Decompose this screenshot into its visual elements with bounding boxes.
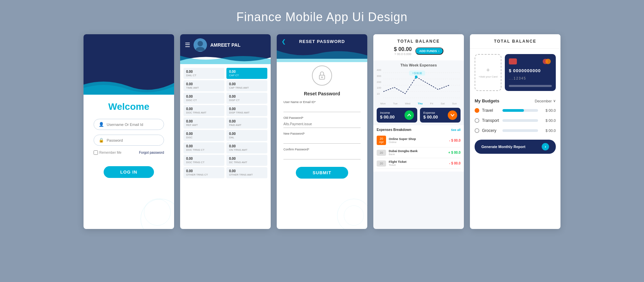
- reset-body: Reset Password User Name or Email ID* Ol…: [277, 59, 367, 185]
- remember-checkbox[interactable]: [94, 150, 98, 155]
- old-password-label: Old Password*: [283, 116, 361, 120]
- remember-row: Remember Me Forgot password: [94, 150, 164, 155]
- avatar: [194, 38, 207, 52]
- expense-chart: 400 300 200 100 10 + $ 00.00: [373, 68, 464, 102]
- hamburger-icon[interactable]: ☰: [185, 41, 190, 49]
- table-cell: 0.00CAP CT: [226, 68, 267, 79]
- lock-circle-icon: [312, 65, 332, 86]
- table-cell: 0.00DISC CT: [183, 93, 224, 104]
- old-password-input[interactable]: [283, 121, 361, 128]
- card-dots: ...12345: [509, 77, 552, 80]
- table-col-2: 0.00CAP CT0.00CAP TRNS AMT0.00DISP CT0.0…: [226, 68, 267, 178]
- breakdown-item: 20 Flight Ticket Ticket - $ 00.0: [377, 158, 461, 169]
- username-label: User Name or Email ID*: [283, 100, 361, 104]
- new-password-input[interactable]: [283, 136, 361, 144]
- breakdown-amount: + $ 00.0: [448, 151, 461, 154]
- generate-btn-arrow-icon: ›: [542, 143, 549, 150]
- username-field[interactable]: 👤: [94, 119, 164, 130]
- see-all-link[interactable]: See all: [451, 128, 461, 132]
- chart-y-labels: 400 300 200 100 10: [377, 68, 381, 95]
- username-reset-input[interactable]: [283, 105, 361, 112]
- card-number: $ 0000000000: [509, 68, 552, 73]
- lock-icon: 🔒: [99, 138, 104, 143]
- breakdown-header: Expenses Breakdown See all: [377, 128, 461, 132]
- add-card-button[interactable]: + +Add your Card: [475, 54, 501, 91]
- credit-card: $ 0000000000 ...12345: [505, 54, 556, 91]
- user-name: AMREET PAL: [210, 42, 240, 48]
- password-field[interactable]: 🔒: [94, 135, 164, 146]
- reset-header: ❮ RESET PASSWORD: [277, 34, 367, 49]
- income-label: Income: [380, 111, 394, 114]
- month-dropdown[interactable]: December ∨: [535, 99, 556, 103]
- dashboard-header: TOTAL BALANCE $ 00.00 + 00.0 0.000 ADD F…: [373, 34, 464, 60]
- screen-profile: ☰ AMREET PAL 0.00DAIL CT0.00TIME AMT0.00…: [180, 34, 271, 229]
- breakdown-info: Online Super Shop Online: [389, 137, 446, 144]
- table-cell: 0.00DISP TRNS AMT: [226, 105, 267, 116]
- generate-btn-label: Generate Monthly Report: [481, 145, 525, 149]
- budget-bar-fill: [502, 109, 524, 112]
- screens-container: Welcome 👤 🔒 Remember Me Forgot password …: [84, 34, 560, 229]
- table-cell: 0.00OTHER TRNS AMT: [226, 167, 267, 178]
- watermark-1: [337, 199, 367, 229]
- income-amount: $ 00.00: [380, 114, 394, 120]
- add-card-label: +Add your Card: [479, 75, 497, 78]
- card-bar: [509, 85, 552, 87]
- card-chip: [509, 58, 517, 64]
- balance-amount-row: $ 00.00 + 00.0 0.000 ADD FUNDS ›: [378, 46, 459, 56]
- table-cell: 0.00DAL: [226, 130, 267, 141]
- budget-amount: $ 00.0: [541, 108, 556, 112]
- budgets-total-title: TOTAL BALANCE: [475, 39, 556, 44]
- add-funds-button[interactable]: ADD FUNDS ›: [415, 47, 443, 55]
- budget-bar: [502, 109, 538, 112]
- budget-items-list: Travel $ 00.0 Transport $ 00.0 Grocery $…: [470, 105, 560, 136]
- table-cell: 0.00REF AMT: [183, 117, 224, 129]
- budget-dot: [475, 118, 479, 123]
- screen-login: Welcome 👤 🔒 Remember Me Forgot password …: [84, 34, 174, 229]
- expense-amount: $ 00.00: [423, 114, 438, 120]
- reset-title: RESET PASSWORD: [299, 39, 345, 44]
- watermark-circle: [141, 199, 174, 229]
- breakdown-item: 20 Apr Online Super Shop Online - $ 00.0: [377, 134, 461, 147]
- svg-point-12: [545, 59, 551, 64]
- user-icon: 👤: [99, 122, 104, 127]
- remember-label[interactable]: Remember Me: [94, 150, 121, 155]
- confirm-password-input[interactable]: [283, 152, 361, 159]
- login-button[interactable]: LOG IN: [104, 166, 154, 178]
- budget-label: Grocery: [482, 128, 500, 133]
- income-expense-row: Income $ 00.00 Expense $ 00.00: [373, 105, 464, 125]
- breakdown-amount: - $ 00.0: [449, 161, 461, 165]
- screen-budgets: TOTAL BALANCE + +Add your Card $ 0000000…: [470, 34, 560, 229]
- total-balance-title: TOTAL BALANCE: [378, 39, 459, 44]
- profile-header: ☰ AMREET PAL: [180, 34, 271, 56]
- username-input[interactable]: [107, 123, 159, 127]
- income-icon: [405, 110, 414, 120]
- table-cell: 0.00DOC TRNS CT: [183, 142, 224, 153]
- table-cell: 0.00CAP TRNS AMT: [226, 80, 267, 91]
- budget-item: Travel $ 00.0: [470, 105, 560, 115]
- balance-sub: + 00.0 0.000: [394, 52, 412, 56]
- submit-button[interactable]: SUBMIT: [296, 167, 348, 179]
- budget-bar: [502, 129, 538, 132]
- reset-subtitle: Reset Password: [304, 91, 340, 96]
- expense-box: Expense $ 00.00: [420, 108, 461, 123]
- login-body: Welcome 👤 🔒 Remember Me Forgot password …: [84, 95, 174, 185]
- breakdown-sub: Bank: [389, 153, 446, 156]
- expense-label: Expense: [423, 111, 438, 114]
- welcome-text: Welcome: [108, 101, 149, 112]
- forgot-password-link[interactable]: Forgot password: [139, 151, 164, 154]
- breakdown-amount: - $ 00.0: [449, 139, 461, 142]
- old-password-form-field: Old Password*: [283, 116, 361, 128]
- arrow-icon: ›: [438, 49, 439, 53]
- svg-point-2: [321, 77, 323, 78]
- balance-amount: $ 00.00: [394, 46, 412, 52]
- back-button[interactable]: ❮: [281, 38, 286, 45]
- chevron-down-icon: ∨: [553, 99, 556, 103]
- generate-monthly-report-button[interactable]: Generate Monthly Report ›: [475, 140, 556, 154]
- table-cell: 0.00OTHER TRNS CT: [183, 167, 224, 178]
- password-input[interactable]: [107, 138, 159, 142]
- watermark-2: [344, 205, 364, 226]
- chart-x-labels: Mon Tue Wed Thu Fri Sat Sun: [373, 102, 464, 105]
- card-brand-icon: [542, 58, 552, 65]
- breakdown-list: 20 Apr Online Super Shop Online - $ 00.0…: [377, 134, 461, 169]
- screen-reset-password: ❮ RESET PASSWORD Reset Password User Nam…: [277, 34, 367, 229]
